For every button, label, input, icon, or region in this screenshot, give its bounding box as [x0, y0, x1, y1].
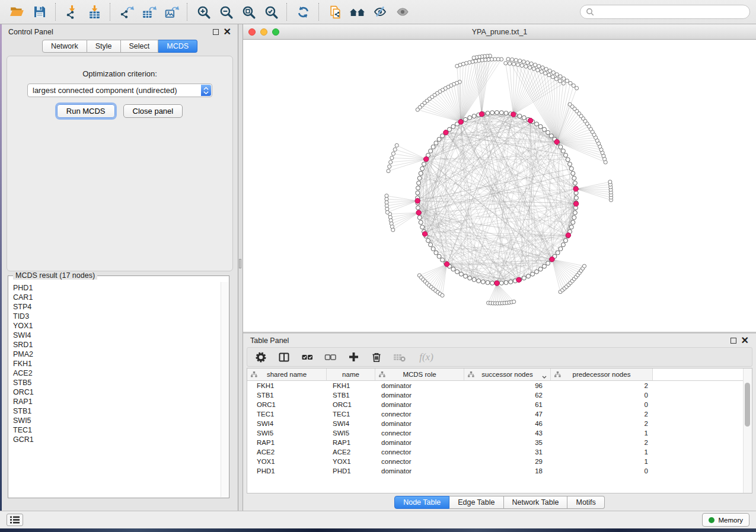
tab-network-table[interactable]: Network Table [504, 496, 568, 509]
hide-selected-button[interactable] [369, 2, 391, 22]
table-row[interactable]: RAP1RAP1dominator352 [247, 438, 752, 447]
eye-icon [395, 5, 410, 19]
zoom-out-button[interactable] [215, 2, 237, 22]
mcds-result-item[interactable]: STP4 [11, 302, 221, 312]
mcds-result-item[interactable]: CAR1 [11, 293, 221, 302]
import-table-button[interactable] [83, 2, 106, 22]
mcds-result-item[interactable]: ORC1 [11, 387, 221, 397]
save-session-button[interactable] [28, 2, 51, 22]
mcds-result-item[interactable]: PMA2 [11, 350, 221, 359]
column-header-name[interactable]: name [327, 368, 375, 381]
show-all-button[interactable] [346, 2, 369, 22]
open-session-button[interactable] [6, 2, 28, 22]
criterion-select[interactable]: largest connected component (undirected) [27, 84, 212, 97]
mcds-result-item[interactable]: ACE2 [11, 368, 221, 378]
table-row[interactable]: YOX1YOX1connector291 [247, 457, 752, 466]
show-column-panel-button[interactable] [277, 351, 291, 364]
sort-chevron-icon[interactable] [542, 373, 547, 380]
table-row[interactable]: FKH1FKH1dominator962 [247, 381, 752, 390]
import-network-button[interactable] [60, 2, 83, 22]
toolbar-separator [110, 3, 111, 21]
mcds-result-item[interactable]: PHD1 [11, 283, 221, 293]
mcds-result-item[interactable]: TEC1 [11, 425, 221, 435]
tab-network[interactable]: Network [42, 40, 87, 53]
tab-node-table[interactable]: Node Table [394, 496, 449, 509]
mcds-result-item[interactable]: FKH1 [11, 359, 221, 368]
deselect-all-columns-button[interactable] [324, 351, 337, 364]
mcds-result-item[interactable]: STB5 [11, 378, 221, 387]
column-label: shared name [267, 371, 307, 378]
maximize-window-icon[interactable] [272, 28, 279, 36]
zoom-in-button[interactable] [192, 2, 215, 22]
zoom-in-icon [196, 5, 211, 20]
panel-splitter[interactable] [238, 24, 243, 511]
table-row[interactable]: ACE2ACE2connector311 [247, 447, 752, 457]
delete-column-button[interactable] [370, 351, 383, 364]
search-box[interactable] [580, 5, 750, 19]
table-scrollbar-thumb[interactable] [745, 383, 750, 427]
column-header-successor-nodes[interactable]: successor nodes [464, 368, 551, 381]
minimize-window-icon[interactable] [260, 28, 267, 36]
apply-layout-button[interactable] [292, 2, 314, 22]
export-table-button[interactable] [138, 2, 160, 22]
zoom-selected-button[interactable] [260, 2, 282, 22]
tab-mcds[interactable]: MCDS [158, 40, 197, 53]
task-history-button[interactable] [7, 514, 23, 526]
table-row[interactable]: STB1STB1dominator620 [247, 390, 752, 400]
mcds-result-item[interactable]: TID3 [11, 312, 221, 321]
function-icon: f(x) [419, 351, 433, 363]
mcds-result-item[interactable]: SWI4 [11, 331, 221, 340]
run-mcds-button[interactable]: Run MCDS [57, 104, 115, 118]
search-input[interactable] [598, 7, 744, 17]
float-panel-icon[interactable] [213, 29, 219, 35]
export-network-button[interactable] [115, 2, 138, 22]
tab-edge-table[interactable]: Edge Table [449, 496, 503, 509]
cell-successor-nodes: 18 [464, 467, 551, 475]
equation-builder-button[interactable]: f(x) [416, 351, 436, 364]
column-header-shared-name[interactable]: shared name [247, 368, 327, 381]
mcds-result-item[interactable]: YOX1 [11, 321, 221, 331]
cell-shared-name: ACE2 [247, 448, 327, 456]
delete-table-button[interactable] [393, 351, 406, 364]
mcds-result-item[interactable]: SWI5 [11, 416, 221, 425]
column-header-predecessor-nodes[interactable]: predecessor nodes [551, 368, 653, 381]
close-table-panel-icon[interactable]: ✕ [741, 337, 749, 344]
show-hidden-button[interactable] [391, 2, 414, 22]
export-image-button[interactable] [160, 2, 183, 22]
table-scrollbar[interactable] [743, 368, 752, 493]
zoom-fit-button[interactable] [237, 2, 260, 22]
mcds-result-item[interactable]: GCR1 [11, 435, 221, 444]
select-all-columns-button[interactable] [301, 351, 314, 364]
column-header-mcds-role[interactable]: MCDS role [375, 368, 464, 381]
delete-table-icon [393, 352, 406, 363]
network-window-titlebar: YPA_prune.txt_1 [243, 24, 756, 40]
memory-button[interactable]: Memory [702, 513, 749, 527]
cell-successor-nodes: 47 [464, 411, 551, 418]
splitter-handle-icon[interactable] [239, 259, 241, 268]
clone-network-button[interactable] [324, 2, 346, 22]
close-panel-icon[interactable]: ✕ [224, 28, 231, 36]
network-canvas[interactable] [243, 40, 755, 332]
mcds-result-item[interactable]: RAP1 [11, 397, 221, 406]
attribute-options-button[interactable] [254, 351, 267, 364]
table-row[interactable]: TEC1TEC1connector472 [247, 409, 752, 419]
cell-mcds-role: dominator [375, 439, 464, 446]
tab-select[interactable]: Select [121, 40, 159, 53]
cell-successor-nodes: 35 [464, 439, 551, 446]
mcds-list-scrollbar[interactable] [221, 282, 228, 497]
create-column-button[interactable] [347, 351, 360, 364]
mcds-result-item[interactable]: STB1 [11, 406, 221, 416]
table-panel-header: Table Panel ✕ [243, 334, 756, 347]
close-panel-button[interactable]: Close panel [123, 104, 183, 118]
table-row[interactable]: SWI4SWI4dominator462 [247, 419, 752, 428]
table-row[interactable]: SWI5SWI5connector431 [247, 428, 752, 438]
table-row[interactable]: ORC1ORC1dominator610 [247, 400, 752, 409]
float-table-panel-icon[interactable] [731, 338, 736, 344]
tab-motifs[interactable]: Motifs [567, 496, 604, 509]
tab-style[interactable]: Style [87, 40, 121, 53]
close-window-icon[interactable] [248, 28, 256, 36]
network-view [243, 40, 756, 332]
table-row[interactable]: PHD1PHD1dominator180 [247, 466, 752, 476]
cytoscape-window: Control Panel ✕ NetworkStyleSelectMCDS O… [0, 0, 756, 532]
mcds-result-item[interactable]: SRD1 [11, 340, 221, 350]
